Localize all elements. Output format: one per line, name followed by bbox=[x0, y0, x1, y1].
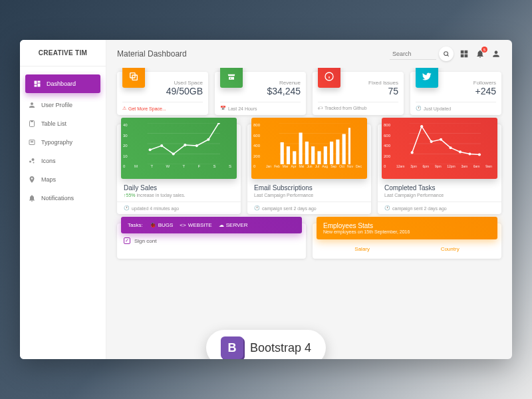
svg-point-55 bbox=[440, 138, 442, 141]
search-box bbox=[390, 47, 454, 61]
tab-website[interactable]: <>WEBSITE bbox=[180, 222, 211, 228]
chart-subtitle: Last Campaign Performance bbox=[384, 193, 495, 198]
bottom-row: Tasks: 🐞BUGS <>WEBSITE ☁SERVER ✓ Sign co… bbox=[117, 223, 501, 259]
sidebar-item-dashboard[interactable]: Dashboard bbox=[25, 74, 100, 93]
stat-footer: 🏷Tracked from Github bbox=[318, 102, 398, 110]
chart-card-email-subscriptions: 8006004002000 JanFebMarAprMaiJunJulAugSe… bbox=[247, 124, 371, 214]
sidebar-item-typography[interactable]: Typography bbox=[20, 133, 106, 152]
svg-rect-39 bbox=[305, 142, 309, 164]
sidebar-item-icons[interactable]: Icons bbox=[20, 152, 106, 170]
bar-chart bbox=[255, 123, 363, 164]
chart-footer: 🕐updated 4 minutes ago bbox=[117, 201, 241, 214]
chart-title: Email Subscriptions bbox=[254, 184, 364, 192]
sidebar: CREATIVE TIM Dashboard User Profile Tabl… bbox=[20, 40, 106, 359]
code-icon: <> bbox=[180, 222, 186, 228]
svg-point-59 bbox=[478, 153, 481, 156]
search-button[interactable] bbox=[439, 47, 454, 61]
notifications-icon[interactable]: 5 bbox=[475, 49, 485, 59]
col-country: Country bbox=[441, 246, 460, 252]
bootstrap-logo-icon: B bbox=[221, 336, 243, 359]
sidebar-item-label: Table List bbox=[41, 120, 66, 127]
warning-icon: ⚠ bbox=[122, 106, 126, 111]
info-icon bbox=[318, 68, 340, 88]
line-chart bbox=[386, 123, 493, 164]
employees-columns: Salary Country bbox=[313, 239, 501, 259]
topbar: Material Dashboard 5 bbox=[106, 40, 512, 68]
tab-server[interactable]: ☁SERVER bbox=[219, 222, 248, 228]
task-row: ✓ Sign cont bbox=[117, 233, 306, 248]
sidebar-item-label: Icons bbox=[41, 158, 56, 164]
svg-rect-35 bbox=[281, 142, 284, 164]
employees-subtitle: New employees on 15th September, 2016 bbox=[323, 229, 491, 234]
brand-title: CREATIVE TIM bbox=[20, 49, 106, 66]
chart-area: 403020100 MTWTFSS bbox=[121, 118, 237, 179]
stat-card-used-space: Used Space49/50GB ⚠Get More Space... bbox=[117, 72, 208, 115]
location-icon bbox=[28, 176, 36, 184]
chart-title: Daily Sales bbox=[124, 184, 234, 192]
library-icon bbox=[28, 138, 36, 146]
clipboard-icon bbox=[28, 120, 36, 128]
tasks-header: Tasks: 🐞BUGS <>WEBSITE ☁SERVER bbox=[121, 217, 302, 233]
sidebar-item-label: Dashboard bbox=[47, 80, 76, 87]
svg-rect-43 bbox=[330, 142, 333, 164]
svg-rect-38 bbox=[299, 132, 303, 164]
chart-area: 8006004002000 12am3pm6pm9pm12pm3am6am9am bbox=[382, 118, 497, 179]
bubble-icon bbox=[28, 157, 36, 165]
line-chart bbox=[125, 123, 233, 164]
grid-icon[interactable] bbox=[459, 49, 469, 59]
sidebar-item-user-profile[interactable]: User Profile bbox=[20, 96, 106, 114]
person-icon bbox=[28, 101, 36, 109]
employees-card: Employees Stats New employees on 15th Se… bbox=[313, 223, 501, 259]
svg-rect-46 bbox=[348, 128, 350, 164]
sidebar-item-label: User Profile bbox=[41, 102, 72, 108]
search-input[interactable] bbox=[390, 49, 436, 60]
svg-rect-42 bbox=[324, 146, 327, 164]
svg-rect-11 bbox=[461, 55, 464, 58]
svg-point-27 bbox=[196, 144, 198, 147]
main-area: Material Dashboard 5 Used Space49/50GB ⚠… bbox=[106, 40, 512, 359]
task-checkbox[interactable]: ✓ bbox=[124, 237, 130, 244]
sidebar-item-label: Maps bbox=[41, 176, 56, 183]
svg-point-54 bbox=[430, 140, 433, 143]
svg-rect-10 bbox=[465, 51, 468, 54]
svg-rect-9 bbox=[461, 51, 464, 54]
app-window: CREATIVE TIM Dashboard User Profile Tabl… bbox=[20, 40, 512, 359]
col-salary: Salary bbox=[354, 246, 370, 252]
sidebar-item-notifications[interactable]: Notifications bbox=[20, 189, 106, 207]
chart-xlabels: JanFebMarAprMaiJunJulAugSepOctNovDec bbox=[255, 164, 363, 168]
sidebar-item-label: Typography bbox=[41, 139, 72, 146]
clock-icon: 🕐 bbox=[254, 205, 260, 211]
chart-xlabels: MTWTFSS bbox=[125, 164, 233, 168]
clock-icon: 🕐 bbox=[416, 106, 422, 111]
stat-footer[interactable]: ⚠Get More Space... bbox=[122, 102, 203, 111]
svg-rect-44 bbox=[336, 140, 339, 164]
chart-subtitle: ↑55% increase in today sales. bbox=[124, 193, 234, 198]
stats-row: Used Space49/50GB ⚠Get More Space... Rev… bbox=[117, 72, 501, 115]
bug-icon: 🐞 bbox=[150, 222, 156, 228]
sidebar-item-label: Notifications bbox=[41, 195, 74, 201]
sidebar-item-table-list[interactable]: Table List bbox=[20, 114, 106, 133]
bootstrap-badge: B Bootstrap 4 bbox=[206, 330, 326, 359]
svg-point-28 bbox=[207, 138, 209, 141]
bell-icon bbox=[28, 194, 36, 202]
stat-footer: 🕐Just Updated bbox=[416, 102, 496, 111]
tasks-header-label: Tasks: bbox=[128, 222, 143, 228]
store-icon bbox=[220, 68, 243, 88]
svg-point-53 bbox=[420, 125, 423, 128]
tab-bugs[interactable]: 🐞BUGS bbox=[150, 222, 174, 228]
chart-xlabels: 12am3pm6pm9pm12pm3am6am9am bbox=[386, 164, 493, 168]
svg-point-52 bbox=[411, 151, 414, 154]
chart-footer: 🕐campaign sent 2 days ago bbox=[378, 201, 501, 214]
svg-rect-41 bbox=[317, 151, 321, 164]
svg-rect-45 bbox=[342, 134, 346, 164]
tag-icon: 🏷 bbox=[318, 106, 323, 110]
svg-rect-36 bbox=[287, 146, 290, 164]
account-icon[interactable] bbox=[491, 49, 501, 59]
svg-point-57 bbox=[459, 150, 462, 153]
svg-point-6 bbox=[33, 162, 35, 164]
sidebar-item-maps[interactable]: Maps bbox=[20, 170, 106, 189]
copy-icon bbox=[122, 68, 145, 88]
notification-badge: 5 bbox=[481, 47, 487, 53]
chart-card-completed-tasks: 8006004002000 12am3pm6pm9pm12pm3am6am9am… bbox=[378, 124, 501, 214]
svg-line-8 bbox=[448, 55, 449, 57]
